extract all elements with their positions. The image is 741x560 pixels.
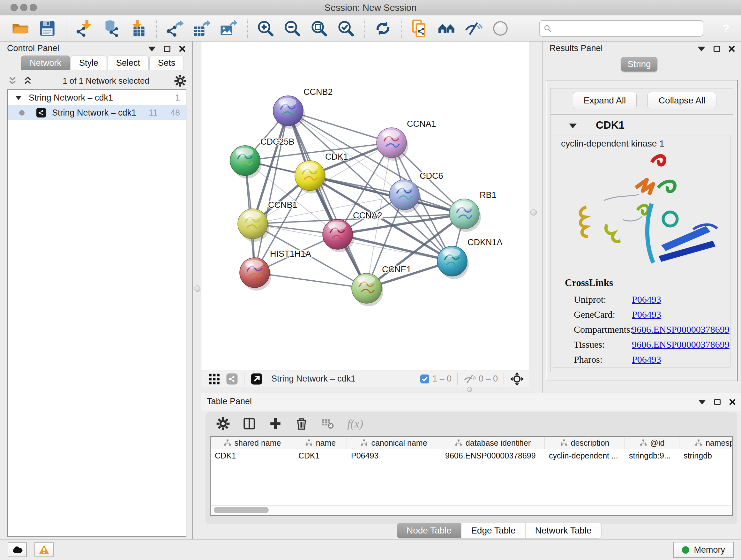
network-node-CDK1[interactable] <box>295 161 327 193</box>
node-label-CDC25B: CDC25B <box>260 137 294 146</box>
import-network-from-database-icon[interactable] <box>102 18 121 38</box>
save-session-icon[interactable] <box>38 18 57 38</box>
network-edge[interactable] <box>255 273 367 288</box>
table-cell[interactable]: stringdb:9... <box>625 449 679 462</box>
import-table-from-file-icon[interactable] <box>128 18 147 38</box>
crosslink-value-link[interactable]: P06493 <box>632 294 661 305</box>
hide-graphics-details-icon[interactable] <box>464 18 483 38</box>
tab-style[interactable]: Style <box>71 56 107 70</box>
network-row[interactable]: String Network – cdk1 11 48 <box>8 105 186 120</box>
tab-edge-table[interactable]: Edge Table <box>461 523 526 538</box>
network-from-document-icon[interactable] <box>410 18 429 38</box>
panel-close-icon[interactable] <box>728 45 735 52</box>
table-cell[interactable]: 9606.ENSP00000378699 <box>441 449 545 462</box>
column-header-description[interactable]: description <box>545 437 625 449</box>
export-image-icon[interactable] <box>219 18 238 38</box>
delete-column-icon[interactable] <box>295 417 308 430</box>
table-cell[interactable]: CDK1 <box>294 449 347 462</box>
network-overview-icon[interactable] <box>226 373 239 385</box>
tab-string[interactable]: String <box>621 57 657 71</box>
network-node-CDC25B[interactable] <box>230 145 262 179</box>
right-splitter-handle[interactable] <box>530 209 537 215</box>
bottom-splitter-handle[interactable] <box>467 387 472 392</box>
search-input[interactable] <box>554 23 703 34</box>
table-cell[interactable]: P06493 <box>347 449 441 462</box>
column-header-name[interactable]: name <box>294 437 347 449</box>
show-graphics-details-icon[interactable] <box>437 18 456 38</box>
memory-button[interactable]: Memory <box>673 542 734 558</box>
panel-float-icon[interactable] <box>164 46 171 52</box>
table-cell[interactable]: stringdb <box>679 449 733 462</box>
import-network-from-file-icon[interactable] <box>75 18 94 38</box>
panel-close-icon[interactable] <box>729 398 736 406</box>
column-header-shared-name[interactable]: shared name <box>211 437 294 449</box>
table-settings-icon[interactable] <box>216 417 230 430</box>
zoom-fit-icon[interactable] <box>310 18 329 38</box>
column-header-canonical-name[interactable]: canonical name <box>347 437 441 449</box>
network-collection-row[interactable]: String Network – cdk1 1 <box>8 90 186 105</box>
network-canvas[interactable]: CCNB2CCNA1CDC25BCDK1CDC6RB1CCNB1CCNA2CDK… <box>201 42 529 387</box>
tab-select[interactable]: Select <box>108 56 149 70</box>
cloud-button[interactable] <box>8 543 27 557</box>
panel-float-icon[interactable] <box>714 46 720 52</box>
column-header-namespace[interactable]: namespace <box>679 437 733 449</box>
network-edge[interactable] <box>255 111 288 273</box>
crosslink-value-link[interactable]: 9606.ENSP00000378699 <box>632 339 730 350</box>
collapse-all-icon[interactable] <box>7 75 18 86</box>
table-cell[interactable]: CDK1 <box>211 449 294 462</box>
panel-menu-icon[interactable] <box>148 47 156 51</box>
export-network-icon[interactable] <box>165 18 185 38</box>
zoom-in-icon[interactable] <box>256 18 275 38</box>
collapse-all-button[interactable]: Collapse All <box>648 92 717 109</box>
crosslink-value-link[interactable]: P06493 <box>632 309 661 320</box>
protein-expander-icon[interactable] <box>569 124 577 128</box>
table-container: f(x) shared namenamecanonical namedataba… <box>205 412 737 524</box>
network-node-CCNB2[interactable] <box>273 96 305 129</box>
zoom-out-icon[interactable] <box>283 18 302 38</box>
refresh-icon[interactable] <box>374 18 393 38</box>
table-cell[interactable]: cyclin-dependent ... <box>545 449 625 462</box>
selected-items-checkbox[interactable] <box>420 374 429 383</box>
network-node-CCNA2[interactable] <box>323 219 354 252</box>
table-row[interactable]: CDK1CDK1P064939606.ENSP00000378699cyclin… <box>211 449 732 462</box>
panel-close-icon[interactable] <box>179 45 186 52</box>
horizontal-scrollbar[interactable] <box>211 505 731 515</box>
search-box[interactable] <box>539 20 703 37</box>
expand-all-button[interactable]: Expand All <box>573 92 636 109</box>
warnings-button[interactable] <box>35 543 54 557</box>
crosslink-value-link[interactable]: 9606.ENSP00000378699 <box>632 324 730 334</box>
panel-menu-icon[interactable] <box>697 47 705 51</box>
export-table-icon[interactable] <box>192 18 211 38</box>
expand-all-icon[interactable] <box>22 75 33 86</box>
help-icon[interactable] <box>717 19 735 38</box>
column-header-@id[interactable]: @id <box>625 437 679 449</box>
network-view[interactable]: CCNB2CCNA1CDC25BCDK1CDC6RB1CCNB1CCNA2CDK… <box>201 42 529 370</box>
node-table[interactable]: shared namenamecanonical namedatabase id… <box>210 436 733 516</box>
network-node-HIST1H1A[interactable] <box>240 258 271 291</box>
column-header-database-identifier[interactable]: database identifier <box>441 437 545 449</box>
tab-network-table[interactable]: Network Table <box>526 523 601 538</box>
collection-expander-icon[interactable] <box>15 96 22 100</box>
tab-sets[interactable]: Sets <box>149 56 184 70</box>
crosslink-value-link[interactable]: P06493 <box>632 354 661 365</box>
network-node-CCNA1[interactable] <box>377 128 408 161</box>
goto-network-icon[interactable] <box>250 373 263 385</box>
birds-eye-view-icon[interactable] <box>208 373 220 385</box>
network-node-RB1[interactable] <box>449 199 481 232</box>
network-edge[interactable] <box>288 111 367 288</box>
tab-node-table[interactable]: Node Table <box>397 523 461 538</box>
panel-float-icon[interactable] <box>714 399 721 405</box>
show-columns-icon[interactable] <box>243 417 256 430</box>
network-options-gear-icon[interactable] <box>174 75 186 87</box>
memory-label: Memory <box>694 545 725 555</box>
fit-selected-icon[interactable] <box>510 372 524 386</box>
left-splitter-handle[interactable] <box>194 286 200 292</box>
zoom-selected-icon[interactable] <box>336 18 355 38</box>
panel-menu-icon[interactable] <box>698 400 706 405</box>
add-column-icon[interactable] <box>269 417 282 430</box>
network-node-CDKN1A[interactable] <box>437 246 469 279</box>
open-session-icon[interactable] <box>11 18 30 38</box>
crosslink-row: Compartments:9606.ENSP00000378699 <box>553 322 730 337</box>
tab-network[interactable]: Network <box>21 56 70 70</box>
scrollbar-thumb[interactable] <box>214 507 269 513</box>
